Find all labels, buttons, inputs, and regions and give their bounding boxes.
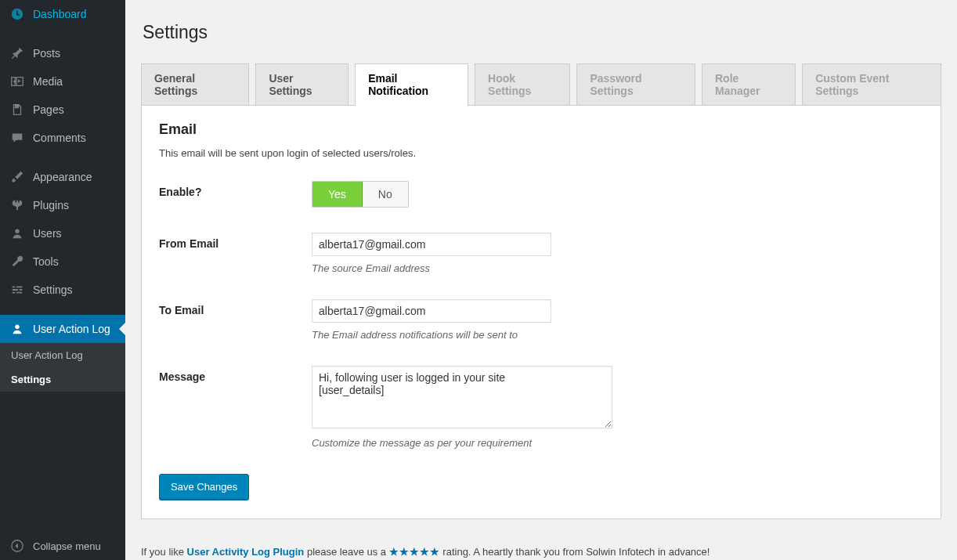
footer-note: If you like User Activity Log Plugin ple… (141, 546, 941, 558)
from-email-input[interactable] (312, 233, 551, 256)
row-from-email: From Email The source Email address (159, 233, 923, 274)
sidebar-item-label: Tools (33, 255, 59, 268)
sidebar-item-comments[interactable]: Comments (0, 124, 125, 152)
user-icon (9, 226, 25, 241)
plug-icon (9, 197, 25, 213)
message-textarea[interactable] (312, 366, 612, 428)
settings-panel: Email This email will be sent upon login… (141, 105, 941, 519)
tab-role-manager[interactable]: Role Manager (702, 63, 796, 105)
sidebar-item-settings[interactable]: Settings (0, 276, 125, 304)
sidebar-item-label: Plugins (33, 199, 69, 211)
submenu-item-user-action-log[interactable]: User Action Log (0, 343, 125, 367)
footer-mid: please leave us a (307, 546, 389, 558)
to-email-label: To Email (159, 299, 312, 316)
svg-point-1 (15, 229, 19, 233)
comment-icon (9, 130, 25, 146)
sidebar-item-label: User Action Log (33, 323, 110, 335)
tab-general-settings[interactable]: General Settings (141, 63, 249, 105)
submenu-item-settings[interactable]: Settings (0, 367, 125, 392)
sidebar-item-label: Dashboard (33, 8, 87, 20)
message-hint: Customize the message as per your requir… (312, 437, 923, 449)
from-email-label: From Email (159, 233, 312, 250)
sidebar-item-tools[interactable]: Tools (0, 247, 125, 276)
sliders-icon (9, 282, 25, 298)
footer-stars-link[interactable]: ★★★★★ (389, 546, 440, 558)
footer-prefix: If you like (141, 546, 187, 558)
wrench-icon (9, 254, 25, 269)
sidebar-item-appearance[interactable]: Appearance (0, 163, 125, 191)
enable-toggle: Yes No (312, 181, 409, 208)
sidebar-submenu: User Action Log Settings (0, 343, 125, 392)
row-to-email: To Email The Email address notifications… (159, 299, 923, 341)
sidebar-item-label: Settings (33, 284, 73, 296)
save-changes-button[interactable]: Save Changes (159, 474, 249, 500)
tab-custom-event-settings[interactable]: Custom Event Settings (802, 63, 941, 105)
gauge-icon (9, 6, 25, 22)
sidebar-item-users[interactable]: Users (0, 219, 125, 247)
message-label: Message (159, 366, 312, 383)
sidebar-item-label: Comments (33, 132, 86, 144)
panel-description: This email will be sent upon login of se… (159, 147, 923, 159)
tab-password-settings[interactable]: Password Settings (576, 63, 695, 105)
page-title: Settings (143, 22, 940, 43)
row-message: Message Customize the message as per you… (159, 366, 923, 449)
to-email-input[interactable] (312, 299, 551, 323)
user-log-icon (9, 321, 25, 337)
from-email-hint: The source Email address (312, 262, 923, 274)
sidebar-item-media[interactable]: Media (0, 67, 125, 96)
media-icon (9, 74, 25, 89)
sidebar-item-label: Media (33, 75, 63, 88)
enable-yes-option[interactable]: Yes (312, 182, 363, 207)
sidebar-item-label: Users (33, 227, 62, 240)
tab-user-settings[interactable]: User Settings (255, 63, 348, 105)
page-icon (9, 102, 25, 117)
sidebar-item-dashboard[interactable]: Dashboard (0, 0, 125, 28)
collapse-icon (9, 538, 25, 554)
to-email-hint: The Email address notifications will be … (312, 329, 923, 341)
settings-tabs: General Settings User Settings Email Not… (141, 63, 941, 105)
sidebar-item-pages[interactable]: Pages (0, 96, 125, 124)
collapse-menu-button[interactable]: Collapse menu (0, 532, 125, 560)
sidebar-item-label: Pages (33, 103, 64, 116)
sidebar-item-label: Posts (33, 47, 60, 60)
pin-icon (9, 45, 25, 61)
panel-heading: Email (159, 121, 923, 138)
main-content: Settings General Settings User Settings … (125, 0, 957, 560)
collapse-label: Collapse menu (33, 540, 101, 552)
sidebar-item-user-action-log[interactable]: User Action Log (0, 315, 125, 343)
admin-sidebar: Dashboard Posts Media Pages Comments (0, 0, 125, 560)
brush-icon (9, 169, 25, 185)
tab-email-notification[interactable]: Email Notification (355, 63, 468, 105)
sidebar-item-plugins[interactable]: Plugins (0, 191, 125, 219)
tab-hook-settings[interactable]: Hook Settings (475, 63, 570, 105)
row-enable: Enable? Yes No (159, 181, 923, 208)
footer-suffix: rating. A heartly thank you from Solwin … (442, 546, 710, 558)
sidebar-item-posts[interactable]: Posts (0, 39, 125, 67)
footer-plugin-link[interactable]: User Activity Log Plugin (187, 546, 305, 558)
sidebar-item-label: Appearance (33, 171, 92, 183)
enable-no-option[interactable]: No (363, 182, 408, 207)
svg-point-2 (15, 325, 19, 329)
enable-label: Enable? (159, 181, 312, 198)
